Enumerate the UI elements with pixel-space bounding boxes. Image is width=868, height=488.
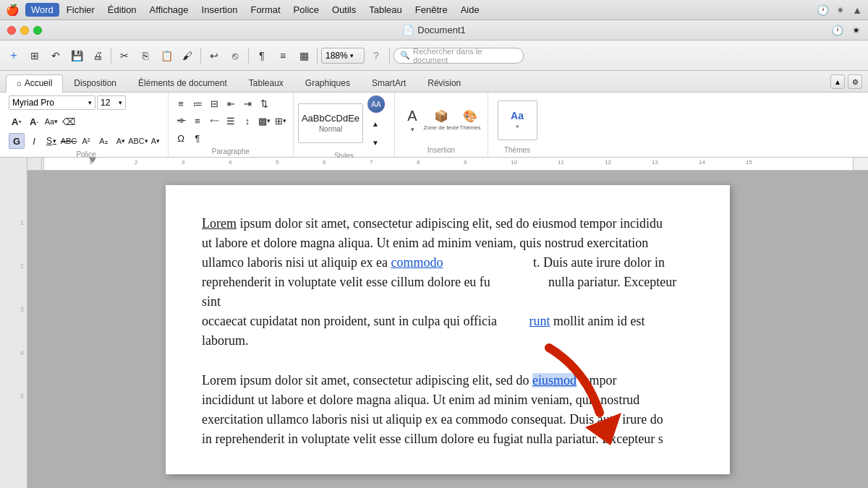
- menu-fichier[interactable]: Fichier: [61, 3, 101, 17]
- ribbon-scroll-up[interactable]: ▲: [830, 74, 845, 89]
- style-normal-box[interactable]: AaBbCcDdEe Normal: [298, 103, 363, 143]
- tab-graphiques[interactable]: Graphiques: [294, 74, 361, 93]
- font-shrink-btn[interactable]: A-: [26, 114, 42, 129]
- text-color-btn[interactable]: A▾: [113, 133, 129, 149]
- layout-btn[interactable]: ▦: [294, 46, 313, 65]
- style-scroll-up[interactable]: ▲: [367, 116, 383, 132]
- menu-insertion[interactable]: Insertion: [196, 3, 244, 17]
- text-effect-btn[interactable]: A▾: [148, 133, 163, 149]
- runt-link[interactable]: runt: [529, 314, 550, 328]
- sort-btn[interactable]: ⇅: [256, 95, 272, 111]
- menu-affichage[interactable]: Affichage: [144, 3, 195, 17]
- search-field[interactable]: 🔍 Rechercher dans le document: [393, 48, 524, 64]
- wordart-btn[interactable]: 🎨 Thèmes: [457, 105, 483, 135]
- themes-box[interactable]: Aa ▾: [498, 100, 537, 140]
- minimize-button[interactable]: [20, 26, 29, 35]
- margin-num-4: 4: [20, 349, 24, 356]
- help-button[interactable]: ?: [367, 46, 386, 65]
- subscript-button[interactable]: A₂: [95, 133, 111, 149]
- align-center-btn[interactable]: ≡: [190, 113, 205, 129]
- zoom-dropdown[interactable]: 188% ▾: [321, 48, 365, 64]
- line-spacing-btn[interactable]: ↕: [239, 113, 255, 129]
- ruler-mark-7: 7: [370, 159, 373, 166]
- new-doc-button[interactable]: +: [4, 46, 23, 65]
- bluetooth-display-icon: ✴: [852, 25, 861, 36]
- menu-aide[interactable]: Aide: [455, 3, 485, 17]
- special-chars-btn[interactable]: Ω: [173, 130, 189, 146]
- insertion-col2: 📦 Zone de texte: [428, 105, 454, 135]
- menu-word[interactable]: Word: [25, 3, 59, 17]
- font-size-dropdown[interactable]: 12 ▾: [97, 95, 126, 110]
- indent-decrease-btn[interactable]: ⇤: [223, 95, 239, 111]
- underline-button[interactable]: S▾: [43, 133, 59, 149]
- italic-button[interactable]: I: [26, 133, 42, 149]
- tab-tableaux[interactable]: Tableaux: [238, 74, 294, 93]
- maximize-button[interactable]: [33, 26, 42, 35]
- align-justify-btn[interactable]: ☰: [223, 113, 239, 129]
- ribbon-settings[interactable]: ⚙: [848, 74, 862, 89]
- align-left-btn[interactable]: ⬲: [173, 113, 189, 129]
- undo-button[interactable]: ↩: [205, 46, 224, 65]
- themes-preview-text: Aa: [511, 110, 524, 121]
- ruler-mark-11: 11: [558, 159, 564, 166]
- highlight-btn[interactable]: ABC▾: [130, 133, 146, 149]
- align-right-btn[interactable]: ⬳: [206, 113, 222, 129]
- document-title: Document1: [417, 25, 465, 35]
- redo-button[interactable]: ⎋: [226, 46, 244, 65]
- close-button[interactable]: [7, 26, 16, 35]
- tab-elements[interactable]: Éléments de document: [127, 74, 238, 93]
- clear-format-btn[interactable]: ⌫: [61, 114, 77, 129]
- style-effect-btn[interactable]: AA: [367, 95, 385, 113]
- bullet-list-btn[interactable]: ≡: [173, 95, 189, 111]
- font-name-value: Myriad Pro: [12, 98, 54, 108]
- tab-revision[interactable]: Révision: [417, 74, 472, 93]
- style-scroll-down[interactable]: ▼: [367, 134, 383, 150]
- eiusmod-highlight: eiusmod: [532, 373, 576, 388]
- toolbar-btn-2[interactable]: ↶: [46, 46, 65, 65]
- insertion-col1: A ▾: [399, 105, 425, 135]
- menu-outils[interactable]: Outils: [326, 3, 362, 17]
- ribbon-group-themes: Aa ▾ Thèmes: [488, 93, 546, 157]
- font-name-dropdown[interactable]: Myriad Pro ▾: [9, 95, 95, 110]
- apple-menu[interactable]: 🍎: [6, 4, 20, 17]
- format-painter[interactable]: 🖌: [178, 46, 197, 65]
- textbox-btn[interactable]: 📦 Zone de texte: [428, 105, 454, 135]
- indent-increase-btn[interactable]: ⇥: [239, 95, 255, 111]
- para-mark-btn[interactable]: ¶: [190, 130, 205, 146]
- tab-smartart[interactable]: SmartArt: [361, 74, 417, 93]
- toolbar-btn-1[interactable]: ⊞: [25, 46, 44, 65]
- superscript-button[interactable]: A²: [78, 133, 94, 149]
- borders-btn[interactable]: ⊞▾: [273, 113, 289, 129]
- ruler-mark-15: 15: [746, 159, 752, 166]
- font-case-btn[interactable]: Aa▾: [43, 114, 59, 129]
- view-btn[interactable]: ≡: [273, 46, 292, 65]
- outline-list-btn[interactable]: ⊟: [206, 95, 222, 111]
- save-button[interactable]: 💾: [67, 46, 86, 65]
- menu-police[interactable]: Police: [288, 3, 325, 17]
- shading-btn[interactable]: ▩▾: [256, 113, 272, 129]
- paste-button[interactable]: 📋: [157, 46, 176, 65]
- bluetooth-icon: ✴: [836, 4, 845, 16]
- numbered-list-btn[interactable]: ≔: [190, 95, 205, 111]
- tab-disposition[interactable]: Disposition: [63, 74, 127, 93]
- paragraph-mark[interactable]: ¶: [252, 46, 271, 65]
- cut-button[interactable]: ✂: [115, 46, 134, 65]
- margin-num-2: 2: [20, 262, 24, 270]
- strikethrough-button[interactable]: ABC: [61, 133, 77, 149]
- print-button[interactable]: 🖨: [88, 46, 107, 65]
- bold-button[interactable]: G: [9, 133, 25, 149]
- font-grow-btn[interactable]: A+: [9, 114, 25, 129]
- menu-format[interactable]: Format: [244, 3, 286, 17]
- commodo-link[interactable]: commodo: [391, 255, 443, 270]
- tab-accueil[interactable]: ⌂ Accueil: [6, 74, 63, 93]
- ruler: 1 2 3 4 5 6 7 8 9 10 11 12 13 14 15: [0, 158, 868, 171]
- menu-fenetre[interactable]: Fenêtre: [409, 3, 454, 17]
- menu-tableau[interactable]: Tableau: [363, 3, 408, 17]
- margin-num-5: 5: [20, 393, 24, 400]
- menu-edition[interactable]: Édition: [102, 3, 142, 17]
- text-insert-btn[interactable]: A ▾: [399, 105, 425, 135]
- time-icon: 🕐: [817, 4, 829, 16]
- font-name-chevron: ▾: [88, 99, 92, 106]
- copy-button[interactable]: ⎘: [136, 46, 155, 65]
- margin-num-1: 1: [20, 219, 24, 226]
